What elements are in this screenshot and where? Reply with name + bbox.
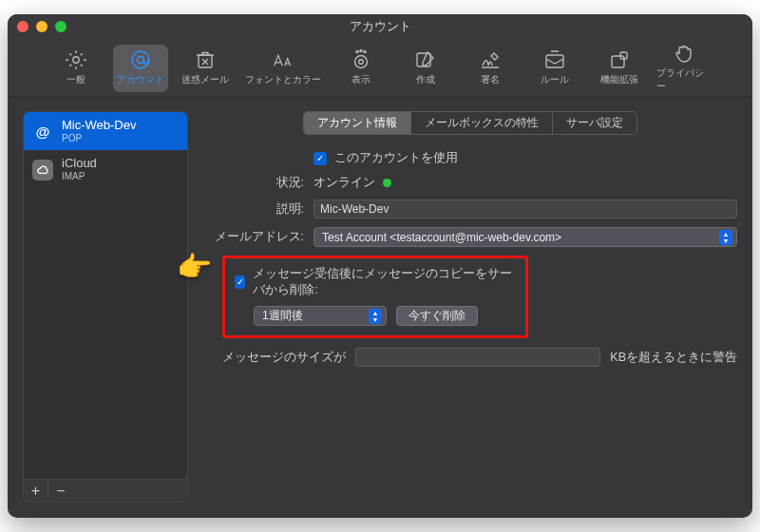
tab-label: 表示	[352, 73, 370, 86]
tab-junk[interactable]: 迷惑メール	[178, 45, 233, 92]
accounts-list: @ Mic-Web-Dev POP iCloud IMAP	[24, 112, 187, 479]
status-online-dot-icon	[383, 179, 391, 187]
email-label: メールアドレス:	[203, 229, 304, 245]
email-address-value: Test Account <testaccount@mic-web-dev.co…	[322, 231, 561, 244]
size-warn-input[interactable]	[355, 348, 600, 367]
status-value: オンライン	[314, 175, 375, 191]
tab-server-settings[interactable]: サーバ設定	[553, 112, 636, 134]
tab-signatures[interactable]: 署名	[463, 45, 518, 92]
account-info-form: このアカウントを使用 状況: オンライン 説明: Mic-Web-Dev	[203, 150, 737, 367]
tab-rules[interactable]: ルール	[527, 45, 582, 92]
pointing-hand-icon: 👉	[177, 250, 212, 283]
at-icon: @	[32, 121, 53, 142]
signature-icon	[479, 49, 502, 70]
account-protocol: IMAP	[62, 171, 97, 182]
tab-label: 署名	[481, 73, 500, 86]
svg-point-2	[138, 57, 144, 64]
account-detail-pane: 👉 アカウント情報 メールボックスの特性 サーバ設定 このアカウントを使用	[203, 111, 737, 503]
account-name: Mic-Web-Dev	[62, 119, 137, 133]
updown-arrows-icon: ▲▼	[369, 309, 382, 324]
remove-copy-label: メッセージ受信後にメッセージのコピーをサーバから削除:	[253, 266, 516, 298]
tab-label: 一般	[66, 73, 86, 86]
add-account-button[interactable]: +	[24, 480, 48, 502]
at-icon	[129, 49, 152, 70]
svg-point-8	[364, 50, 366, 52]
enable-account-label: このアカウントを使用	[334, 150, 458, 166]
tab-account-info[interactable]: アカウント情報	[304, 112, 411, 134]
svg-point-1	[132, 51, 149, 68]
svg-rect-11	[612, 56, 624, 67]
tab-extensions[interactable]: 機能拡張	[592, 45, 647, 92]
sidebar-footer: + −	[24, 479, 187, 502]
cloud-icon	[32, 160, 53, 180]
tab-mailbox-behaviors[interactable]: メールボックスの特性	[411, 112, 553, 134]
remove-after-popup[interactable]: 1週間後 ▲▼	[254, 306, 387, 326]
detail-tabs: アカウント情報 メールボックスの特性 サーバ設定	[203, 111, 737, 135]
svg-point-7	[360, 49, 362, 51]
size-warn-suffix: KBを超えるときに警告	[610, 350, 737, 366]
tab-fonts-colors[interactable]: フォントとカラー	[242, 45, 324, 92]
remove-copy-checkbox[interactable]	[235, 276, 245, 289]
remove-from-server-highlight: メッセージ受信後にメッセージのコピーをサーバから削除: 1週間後 ▲▼ 今すぐ削…	[222, 256, 528, 338]
account-item[interactable]: @ Mic-Web-Dev POP	[24, 112, 187, 150]
tab-label: プライバシー	[656, 66, 712, 93]
tab-viewing[interactable]: 表示	[333, 45, 389, 92]
svg-point-4	[355, 56, 368, 68]
updown-arrows-icon: ▲▼	[719, 230, 732, 245]
extension-icon	[608, 49, 631, 70]
window-title: アカウント	[350, 18, 411, 35]
tab-accounts[interactable]: アカウント	[113, 45, 168, 92]
tab-label: 機能拡張	[600, 73, 638, 86]
tab-label: フォントとカラー	[245, 73, 321, 86]
gear-icon	[65, 49, 87, 70]
prefs-toolbar: 一般 アカウント 迷惑メール フォントとカラー 表示	[8, 39, 752, 98]
remove-account-button[interactable]: −	[48, 480, 73, 502]
window-controls	[17, 21, 66, 32]
preferences-window: アカウント 一般 アカウント 迷惑メール フォントとカラー	[8, 14, 752, 518]
svg-point-5	[359, 60, 364, 65]
tab-label: 作成	[416, 73, 435, 86]
size-warn-prefix: メッセージのサイズが	[222, 350, 346, 366]
accounts-sidebar: @ Mic-Web-Dev POP iCloud IMAP	[23, 111, 188, 503]
tab-label: ルール	[541, 73, 569, 86]
tab-privacy[interactable]: プライバシー	[656, 45, 712, 92]
aa-icon	[272, 49, 294, 70]
tab-label: アカウント	[117, 73, 164, 86]
description-label: 説明:	[203, 201, 304, 218]
rules-icon	[543, 49, 566, 70]
svg-rect-10	[546, 55, 563, 67]
remove-after-value: 1週間後	[262, 308, 303, 324]
account-item[interactable]: iCloud IMAP	[24, 150, 187, 188]
remove-now-button[interactable]: 今すぐ削除	[396, 306, 478, 326]
enable-account-checkbox[interactable]	[314, 152, 327, 165]
bin-icon	[194, 49, 217, 70]
tab-composing[interactable]: 作成	[398, 45, 453, 92]
zoom-window-button[interactable]	[55, 21, 66, 32]
eye-dots-icon	[350, 49, 372, 70]
svg-point-0	[73, 57, 79, 63]
close-window-button[interactable]	[17, 21, 28, 32]
tab-general[interactable]: 一般	[48, 45, 104, 92]
status-label: 状況:	[203, 175, 304, 191]
email-address-popup[interactable]: Test Account <testaccount@mic-web-dev.co…	[314, 227, 737, 247]
titlebar: アカウント	[8, 14, 752, 39]
description-input[interactable]: Mic-Web-Dev	[314, 200, 737, 218]
tab-label: 迷惑メール	[181, 73, 229, 86]
account-name: iCloud	[62, 157, 97, 171]
svg-point-6	[356, 50, 358, 52]
hand-icon	[673, 43, 695, 64]
minimize-window-button[interactable]	[36, 21, 48, 32]
account-protocol: POP	[62, 133, 137, 144]
compose-icon	[414, 49, 437, 70]
